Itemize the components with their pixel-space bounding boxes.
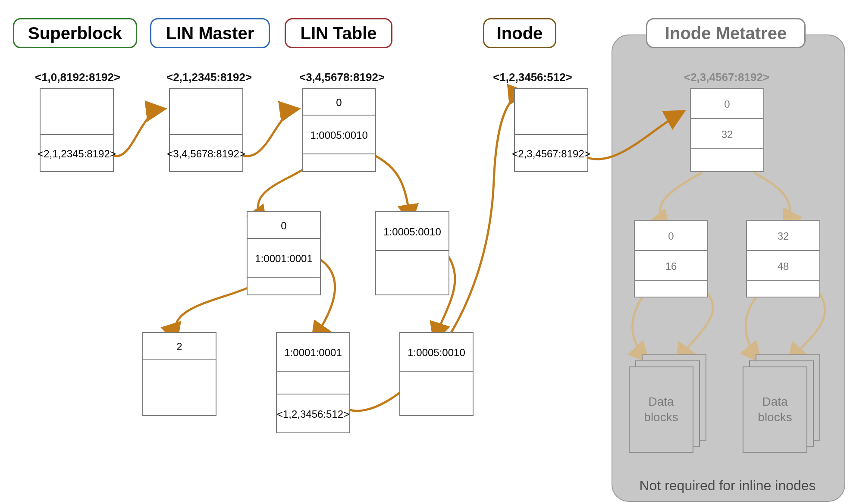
lintable-mid-left-a: 0 — [248, 212, 320, 239]
addr-superblock: <1,0,8192:8192> — [32, 71, 123, 84]
lintable-leaf2-a: 1:0001:0001 — [277, 333, 349, 372]
node-lintable-mid-right: 1:0005:0010 — [375, 211, 449, 295]
node-lintable-top: 0 1:0005:0010 — [302, 88, 376, 172]
data-blocks-left: Data blocks — [629, 354, 711, 458]
inode-ref-cell: <2,3,4567:8192> — [515, 135, 587, 171]
metatree-mid-left-a: 0 — [635, 221, 707, 251]
data-blocks-right: Data blocks — [743, 354, 825, 458]
addr-inode: <1,2,3456:512> — [487, 71, 578, 84]
metatree-mid-right-a: 32 — [747, 221, 819, 251]
header-metatree: Inode Metatree — [646, 18, 806, 48]
lintable-leaf1-a: 2 — [143, 333, 216, 360]
header-superblock: Superblock — [13, 18, 137, 48]
node-lintable-leaf-1: 2 — [142, 332, 216, 416]
node-metatree-mid-left: 0 16 — [634, 220, 708, 297]
lintable-mid-right-a: 1:0005:0010 — [376, 212, 449, 251]
header-inode: Inode — [483, 18, 556, 48]
node-lintable-mid-left: 0 1:0001:0001 — [247, 211, 321, 295]
node-linmaster: <3,4,5678:8192> — [169, 88, 243, 172]
superblock-ref-cell: <2,1,2345:8192> — [41, 135, 113, 171]
lintable-leaf2-ref: <1,2,3456:512> — [277, 394, 349, 432]
metatree-top-a: 0 — [691, 89, 763, 119]
metatree-mid-right-b: 48 — [747, 251, 819, 281]
addr-linmaster: <2,1,2345:8192> — [164, 71, 254, 84]
node-superblock: <2,1,2345:8192> — [40, 88, 114, 172]
lintable-leaf3-a: 1:0005:0010 — [400, 333, 473, 372]
lintable-mid-left-b: 1:0001:0001 — [248, 239, 320, 278]
header-lintable: LIN Table — [285, 18, 392, 48]
addr-metatree: <2,3,4567:8192> — [681, 71, 772, 84]
metatree-footer-label: Not required for inline inodes — [612, 478, 844, 494]
addr-lintable: <3,4,5678:8192> — [297, 71, 387, 84]
header-linmaster: LIN Master — [150, 18, 270, 48]
node-lintable-leaf-2: 1:0001:0001 <1,2,3456:512> — [276, 332, 350, 433]
node-lintable-leaf-3: 1:0005:0010 — [399, 332, 474, 416]
metatree-mid-left-b: 16 — [635, 251, 707, 281]
node-metatree-top: 0 32 — [690, 88, 764, 172]
metatree-top-b: 32 — [691, 119, 763, 149]
node-inode: <2,3,4567:8192> — [514, 88, 588, 172]
diagram-stage: Superblock LIN Master LIN Table Inode In… — [0, 0, 850, 504]
linmaster-ref-cell: <3,4,5678:8192> — [170, 135, 242, 171]
lintable-top-b: 1:0005:0010 — [303, 116, 375, 154]
lintable-top-a: 0 — [303, 89, 375, 116]
node-metatree-mid-right: 32 48 — [746, 220, 820, 297]
